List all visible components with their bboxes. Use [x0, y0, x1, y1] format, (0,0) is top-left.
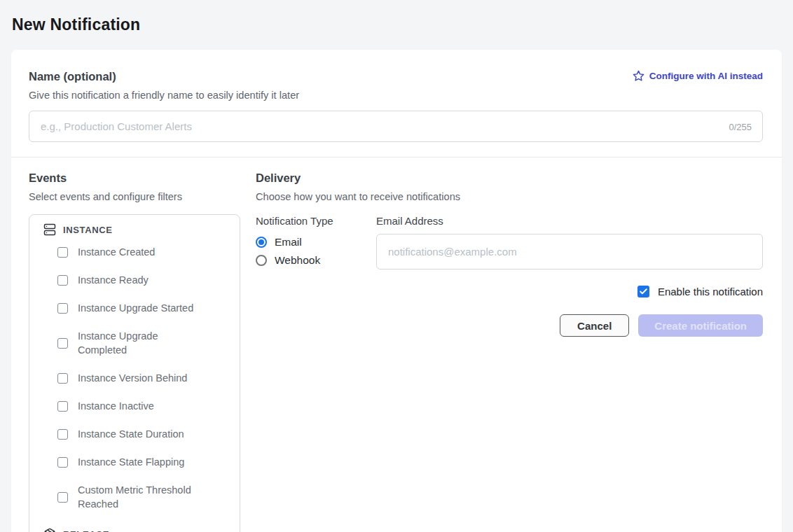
name-input[interactable]: [29, 111, 763, 142]
event-row[interactable]: Instance Version Behind: [57, 371, 230, 385]
event-label: Instance State Flapping: [78, 455, 184, 469]
create-notification-button[interactable]: Create notification: [638, 314, 763, 337]
checkbox-unchecked[interactable]: [57, 457, 68, 468]
delivery-description: Choose how you want to receive notificat…: [256, 191, 763, 202]
event-label: Instance Version Behind: [78, 371, 187, 385]
enable-notification-label: Enable this notification: [658, 286, 763, 298]
checkbox-unchecked[interactable]: [57, 429, 68, 440]
event-label: Instance Ready: [78, 273, 149, 287]
name-heading: Name (optional): [29, 70, 116, 83]
events-heading: Events: [29, 172, 256, 185]
checkbox-unchecked[interactable]: [57, 247, 68, 258]
email-address-input[interactable]: [376, 234, 763, 270]
radio-label: Webhook: [275, 254, 320, 267]
event-group-label: INSTANCE: [63, 225, 113, 235]
event-label: Custom Metric Threshold Reached: [78, 483, 202, 511]
event-row[interactable]: Instance State Flapping: [57, 455, 230, 469]
radio-option-email[interactable]: Email: [256, 236, 376, 248]
cancel-button[interactable]: Cancel: [560, 314, 629, 337]
event-row[interactable]: Custom Metric Threshold Reached: [57, 483, 230, 511]
char-counter: 0/255: [729, 121, 752, 132]
event-group-release[interactable]: RELEASE: [43, 528, 230, 532]
event-label: Instance Upgrade Completed: [78, 329, 202, 357]
radio-option-webhook[interactable]: Webhook: [256, 254, 376, 267]
checkbox-unchecked[interactable]: [57, 401, 68, 412]
delivery-heading: Delivery: [256, 172, 763, 185]
event-label: Instance State Duration: [78, 427, 184, 441]
events-list-box: INSTANCE Instance Created Instance Ready…: [29, 214, 240, 532]
radio-unselected-icon[interactable]: [256, 255, 267, 266]
event-label: Instance Created: [78, 245, 155, 259]
name-description: Give this notification a friendly name t…: [29, 90, 763, 101]
event-label: Instance Upgrade Started: [78, 301, 193, 315]
star-icon: [633, 70, 644, 82]
event-label: Instance Inactive: [78, 399, 154, 413]
enable-notification-toggle[interactable]: Enable this notification: [256, 286, 763, 298]
event-row[interactable]: Instance Upgrade Completed: [57, 329, 230, 357]
ai-link-label: Configure with AI instead: [649, 71, 763, 81]
server-icon: [43, 223, 56, 236]
events-description: Select events and configure filters: [29, 191, 256, 202]
new-notification-card: Name (optional) Configure with AI instea…: [11, 50, 782, 532]
checkbox-unchecked[interactable]: [57, 373, 68, 384]
configure-with-ai-link[interactable]: Configure with AI instead: [633, 70, 763, 82]
email-address-label: Email Address: [376, 215, 763, 227]
events-section: Events Select events and configure filte…: [29, 172, 256, 532]
checkbox-checked-icon[interactable]: [637, 286, 649, 298]
checkbox-unchecked[interactable]: [57, 275, 68, 286]
event-row[interactable]: Instance Created: [57, 245, 230, 259]
page-title: New Notification: [12, 15, 793, 34]
checkbox-unchecked[interactable]: [57, 492, 68, 503]
package-icon: [43, 528, 56, 532]
event-row[interactable]: Instance State Duration: [57, 427, 230, 441]
notification-type-label: Notification Type: [256, 215, 376, 227]
name-section: Name (optional) Configure with AI instea…: [11, 50, 782, 157]
event-row[interactable]: Instance Ready: [57, 273, 230, 287]
event-group-instance[interactable]: INSTANCE: [43, 223, 230, 236]
radio-label: Email: [275, 236, 302, 248]
checkbox-unchecked[interactable]: [57, 338, 68, 349]
checkbox-unchecked[interactable]: [57, 303, 68, 314]
event-row[interactable]: Instance Upgrade Started: [57, 301, 230, 315]
radio-selected-icon[interactable]: [256, 237, 267, 248]
event-list: Instance Created Instance Ready Instance…: [43, 245, 230, 511]
delivery-section: Delivery Choose how you want to receive …: [256, 172, 763, 337]
event-row[interactable]: Instance Inactive: [57, 399, 230, 413]
event-group-label: RELEASE: [63, 529, 109, 532]
